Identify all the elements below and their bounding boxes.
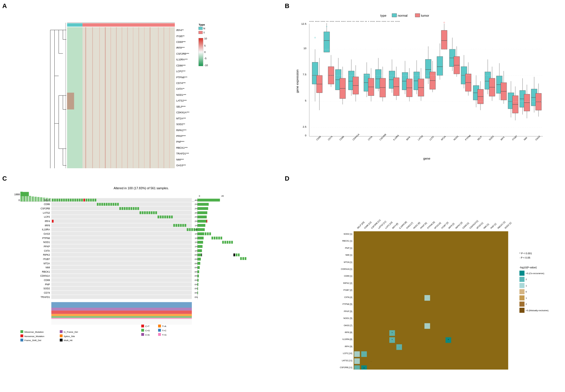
svg-rect-604 — [519, 289, 524, 295]
svg-rect-392 — [52, 220, 53, 223]
svg-rect-334 — [51, 219, 192, 223]
svg-rect-516 — [141, 333, 144, 336]
svg-text:10: 10 — [204, 37, 207, 40]
svg-rect-514 — [141, 329, 144, 332]
svg-rect-286 — [26, 195, 28, 202]
svg-rect-573 — [354, 351, 360, 357]
svg-text:PNP [1]: PNP [1] — [490, 223, 497, 230]
svg-text:PFKP [5]: PFKP [5] — [420, 222, 427, 230]
svg-text:gene: gene — [423, 157, 430, 160]
svg-text:CD69 [1]: CD69 [1] — [344, 275, 352, 278]
svg-rect-391 — [137, 207, 139, 210]
svg-text:CD74: CD74 — [44, 291, 50, 294]
svg-rect-332 — [51, 211, 192, 215]
svg-rect-400 — [155, 211, 157, 214]
svg-text:NOD1 [8]: NOD1 [8] — [413, 221, 421, 230]
svg-rect-74 — [199, 27, 203, 30]
svg-text:CSF2RB: CSF2RB — [41, 207, 50, 210]
svg-rect-468 — [198, 199, 220, 202]
svg-rect-3 — [83, 23, 175, 27]
svg-text:LATS2: LATS2 — [417, 135, 424, 141]
svg-rect-437 — [238, 253, 240, 256]
svg-rect-20 — [158, 27, 159, 169]
svg-rect-411 — [180, 224, 182, 227]
svg-rect-512 — [141, 325, 144, 328]
svg-text:RIPK2***: RIPK2*** — [176, 129, 187, 132]
svg-text:T>C: T>C — [162, 329, 166, 332]
svg-rect-363 — [74, 199, 76, 202]
svg-text:NMI***: NMI*** — [176, 158, 184, 161]
svg-text:CIITA**: CIITA** — [176, 88, 185, 91]
svg-text:PFKP***: PFKP*** — [176, 135, 186, 137]
svg-text:IRF8***: IRF8*** — [176, 46, 185, 49]
svg-rect-346 — [51, 270, 192, 274]
svg-text:20: 20 — [221, 195, 224, 197]
svg-text:NMI: NMI — [45, 266, 50, 269]
svg-text:IRF4 [9]: IRF4 [9] — [345, 345, 352, 348]
svg-text:RIPK2: RIPK2 — [43, 253, 50, 256]
panel-d: D SELP [20] CD86 [12] CSF2RB [11] LATS2 … — [283, 173, 565, 374]
svg-rect-401 — [158, 215, 159, 218]
svg-text:CIITA [4]: CIITA [4] — [344, 296, 352, 299]
svg-rect-341 — [51, 249, 192, 253]
svg-text:IRF8 [2]: IRF8 [2] — [448, 222, 455, 230]
oncoprint-svg: Altered in 100 (17.83%) of 561 samples. … — [3, 184, 280, 370]
svg-rect-440 — [245, 257, 246, 260]
svg-text:IL10RA [8]: IL10RA [8] — [342, 338, 352, 341]
svg-text:PTPN6: PTPN6 — [42, 237, 50, 240]
svg-text:7.5: 7.5 — [302, 73, 306, 76]
svg-text:RBCK1 [1]: RBCK1 [1] — [342, 240, 352, 242]
svg-text:C>T: C>T — [145, 325, 150, 328]
svg-rect-13 — [116, 27, 117, 169]
svg-text:Multi_Hit: Multi_Hit — [64, 339, 73, 342]
svg-text:NOD1: NOD1 — [43, 241, 50, 244]
svg-text:NMI [1]: NMI [1] — [345, 254, 352, 256]
svg-text:0: 0 — [305, 134, 306, 137]
svg-rect-355 — [56, 199, 58, 202]
svg-rect-347 — [51, 274, 192, 278]
svg-text:CD86: CD86 — [339, 135, 344, 141]
svg-rect-489 — [198, 279, 199, 282]
svg-rect-367 — [83, 199, 85, 202]
svg-text:IRF8 [8]: IRF8 [8] — [345, 331, 352, 334]
svg-text:CD69: CD69 — [44, 279, 50, 282]
svg-text:Frame_Shift_Del: Frame_Shift_Del — [24, 339, 41, 342]
svg-rect-10 — [99, 27, 100, 169]
svg-text:CD74***: CD74*** — [176, 82, 186, 85]
svg-text:PFKP: PFKP — [44, 245, 50, 248]
svg-rect-366 — [81, 199, 83, 202]
svg-rect-384 — [122, 207, 123, 210]
svg-rect-404 — [164, 215, 166, 218]
svg-rect-434 — [231, 241, 233, 244]
svg-rect-352 — [51, 295, 192, 299]
svg-text:normal: normal — [398, 14, 407, 17]
svg-rect-359 — [65, 199, 67, 202]
svg-text:Nonsense_Mutation: Nonsense_Mutation — [24, 335, 44, 338]
svg-text:PFKP [5]: PFKP [5] — [344, 310, 352, 313]
svg-rect-390 — [135, 207, 137, 210]
svg-rect-393 — [139, 211, 141, 214]
svg-text:CSF2RB [11]: CSF2RB [11] — [340, 366, 352, 369]
svg-rect-423 — [207, 232, 209, 235]
main-grid: A — [0, 0, 565, 392]
svg-rect-403 — [162, 215, 164, 218]
svg-rect-473 — [198, 220, 206, 223]
svg-rect-372 — [95, 199, 96, 202]
svg-rect-494 — [51, 302, 192, 308]
svg-text:CD69***: CD69*** — [176, 41, 186, 43]
panel-b: B type normal tumor **** **** **** ** **… — [283, 0, 565, 173]
svg-rect-348 — [51, 278, 192, 282]
svg-text:Altered in 100 (17.83%) of 561: Altered in 100 (17.83%) of 561 samples. — [114, 186, 169, 190]
svg-rect-397 — [149, 211, 150, 214]
svg-rect-478 — [198, 237, 204, 240]
svg-rect-350 — [51, 287, 192, 290]
svg-text:IL10RA***: IL10RA*** — [176, 58, 188, 61]
svg-rect-504 — [20, 339, 23, 342]
svg-rect-379 — [110, 203, 112, 206]
svg-rect-284 — [20, 192, 23, 201]
svg-text:SOD2**: SOD2** — [176, 123, 185, 126]
svg-rect-488 — [198, 275, 199, 278]
svg-rect-343 — [51, 257, 192, 261]
svg-text:Splice_Site: Splice_Site — [64, 335, 75, 338]
svg-rect-574 — [354, 358, 360, 364]
